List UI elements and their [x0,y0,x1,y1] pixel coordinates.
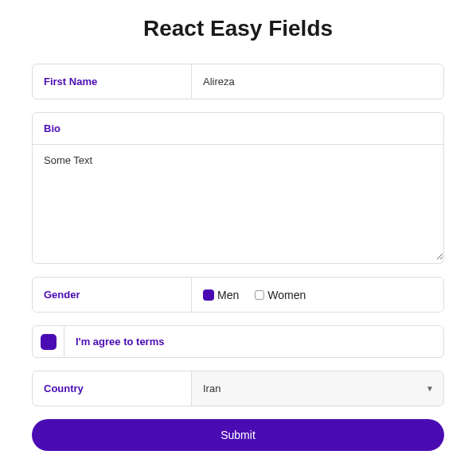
radio-unchecked-icon [255,290,264,300]
country-label: Country [33,371,192,406]
terms-checkbox-container[interactable] [33,326,64,357]
first-name-input[interactable] [192,64,443,99]
terms-field-row: I'm agree to terms [32,325,444,358]
gender-option-men[interactable]: Men [203,289,239,301]
page-title: React Easy Fields [32,16,444,41]
country-select-wrapper: Iran ▼ [192,371,443,406]
bio-label: Bio [33,113,443,145]
submit-button[interactable]: Submit [32,419,444,451]
gender-field-row: Gender Men Women [32,277,444,313]
radio-checked-icon [203,289,214,301]
gender-radio-group: Men Women [192,278,443,312]
terms-label: I'm agree to terms [64,326,443,357]
gender-option-women[interactable]: Women [255,289,306,301]
gender-women-label: Women [267,289,306,301]
checkbox-checked-icon [41,334,57,350]
bio-textarea[interactable] [33,145,443,260]
first-name-label: First Name [33,64,192,99]
bio-field-group: Bio [32,112,444,264]
first-name-field-row: First Name [32,64,444,99]
gender-men-label: Men [217,289,239,301]
country-field-row: Country Iran ▼ [32,371,444,406]
gender-label: Gender [33,278,192,312]
country-select[interactable]: Iran [192,371,443,406]
